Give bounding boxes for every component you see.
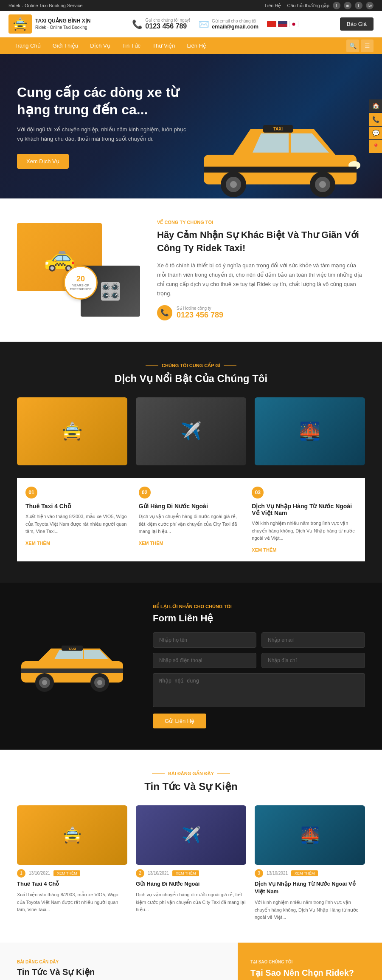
service-viewmore-3[interactable]: XEM THÊM [252, 547, 276, 552]
form-email-input[interactable] [261, 632, 365, 648]
nav-home[interactable]: Trang Chủ [8, 37, 47, 54]
logo-taxi-icon: 🚖 [13, 17, 28, 31]
sidebar-phone[interactable]: 📞 [369, 113, 382, 126]
services-cards: 01 Thuê Taxi 4 Chỗ Xuất hiện vào tháng 8… [17, 478, 365, 561]
flag-jp[interactable] [289, 21, 298, 27]
about-tag: VỀ CÔNG TY CHÚNG TÔI [157, 220, 365, 225]
news-tag-line-right [217, 773, 230, 774]
logo: 🚖 TAXI QUẢNG BÌNH XỊN Ridek - Online Tax… [8, 14, 90, 34]
blog-tag: BÀI ĐĂNG GẦN ĐÂY [17, 960, 225, 964]
news-readmore-3[interactable]: XEM THÊM [291, 870, 318, 876]
news-num-icon-2: 2 [136, 869, 144, 878]
news-meta-1: 1 13/10/2021 XEM THÊM [17, 869, 127, 878]
nav-services[interactable]: Dịch Vụ [84, 37, 116, 54]
social-twitter[interactable]: tw [366, 2, 374, 9]
form-message-input[interactable] [153, 673, 365, 707]
service-viewmore-2[interactable]: XEM THÊM [139, 541, 163, 546]
news-date-3: 13/10/2021 [267, 871, 288, 875]
flag-us[interactable] [278, 21, 287, 27]
why-title: Tại Sao Nên Chọn Ridek? [250, 967, 369, 979]
hero-cta-button[interactable]: Xem Dịch Vụ [17, 154, 69, 169]
news-tag-text: BÀI ĐĂNG GẦN ĐÂY [168, 771, 214, 776]
contact-email-item: ✉️ Gửi email cho chúng tôi email@gmail.c… [199, 19, 258, 30]
news-readmore-2[interactable]: XEM THÊM [172, 870, 199, 876]
sidebar-home[interactable]: 🏠 [369, 99, 382, 112]
services-section: CHÚNG TÔI CUNG CẤP GÌ Dịch Vụ Nổi Bật Củ… [0, 342, 382, 583]
about-hotline-label: Số Hotline công ty [177, 306, 223, 311]
form-phone-input[interactable] [153, 653, 256, 668]
header-contact: 📞 Gọi cho chúng tôi ngay! 0123 456 789 ✉… [132, 18, 298, 30]
about-years: 20 [76, 275, 85, 283]
svg-rect-18 [21, 668, 123, 673]
about-desc: Xe ô tô chính là thiết bị có ý nghĩa qua… [157, 261, 365, 298]
blog-section: BÀI ĐĂNG GẦN ĐÂY Tin Tức Và Sự Kiện Ride… [0, 943, 238, 980]
service-viewmore-1[interactable]: XEM THÊM [25, 541, 50, 546]
about-title: Hãy Cảm Nhận Sự Khác Biệt Và Thư Giãn Vớ… [157, 229, 365, 255]
phone-icon: 📞 [132, 19, 143, 29]
logo-taxi-box: 🚖 [8, 14, 32, 34]
news-card-title-2: Gửi Hàng Đi Nước Ngoài [136, 880, 246, 888]
news-grid: 🚖 1 13/10/2021 XEM THÊM Thuê Taxi 4 Chỗ … [17, 805, 365, 921]
news-meta-2: 2 13/10/2021 XEM THÊM [136, 869, 246, 878]
top-bar-brand: Ridek - Online Taxi Booking Service [8, 3, 83, 8]
social-tiktok[interactable]: t [355, 2, 362, 9]
about-phone-info: Số Hotline công ty 0123 456 789 [177, 306, 223, 320]
news-image-2: ✈️ [136, 805, 246, 865]
news-num-icon-1: 1 [17, 869, 25, 878]
email-label: Gửi email cho chúng tôi [212, 19, 258, 23]
service-desc-1: Xuất hiện vào tháng 8/2003, mẫu xe VIO5,… [25, 513, 130, 535]
nav-contact[interactable]: Liên Hệ [181, 37, 212, 54]
promo-link[interactable]: Câu hỏi thường gặp [287, 3, 329, 8]
service-title-1: Thuê Taxi 4 Chỗ [25, 503, 130, 510]
about-main-icon: 🚕 [44, 242, 76, 272]
hero-title: Cung cấp các dòng xe từ hạng trung đến c… [17, 84, 187, 119]
svg-text:TAXI: TAXI [68, 647, 76, 651]
top-bar: Ridek - Online Taxi Booking Service Liên… [0, 0, 382, 11]
service-num-3: 03 [252, 487, 264, 498]
form-address-input[interactable] [261, 653, 365, 668]
service-card-3: 03 Dịch Vụ Nhập Hàng Từ Nước Ngoài Về Vi… [252, 487, 357, 553]
contact-form-section: TAXI ĐỂ LẠI LỜI NHẮN CHO CHÚNG TÔI Form … [0, 583, 382, 750]
about-images: 🚕 🎛️ 20 YEARS OFEXPERIENCE [17, 223, 144, 317]
form-row-1 [153, 632, 365, 648]
tag-line-left [146, 365, 158, 366]
news-readmore-1[interactable]: XEM THÊM [53, 870, 80, 876]
menu-icon[interactable]: ☰ [361, 40, 374, 52]
search-icon[interactable]: 🔍 [346, 40, 359, 52]
sidebar-chat[interactable]: 💬 [369, 127, 382, 139]
form-name-input[interactable] [153, 632, 256, 648]
phone-label: Gọi cho chúng tôi ngay! [145, 18, 190, 23]
hero-desc: Với đội ngũ tài xế chuyên nghiệp, nhiều … [17, 125, 187, 144]
logo-sub: Ridek - Online Taxi Booking [35, 25, 87, 30]
why-section: TẠI SAO CHÚNG TÔI Tại Sao Nên Chọn Ridek… [238, 943, 382, 980]
phone-number[interactable]: 0123 456 789 [145, 23, 190, 30]
quote-button[interactable]: Báo Giá [340, 17, 374, 31]
contact-car-svg: TAXI [17, 638, 127, 693]
service-card-2: 02 Gửi Hàng Đi Nước Ngoài Dịch vụ vận ch… [139, 487, 244, 553]
about-hotline-number[interactable]: 0123 456 789 [177, 311, 223, 320]
svg-point-6 [319, 181, 326, 188]
social-facebook[interactable]: f [333, 2, 340, 9]
flag-switcher[interactable] [267, 21, 298, 27]
email-address[interactable]: email@gmail.com [212, 23, 258, 30]
phone-info: Gọi cho chúng tôi ngay! 0123 456 789 [145, 18, 190, 30]
flag-vn[interactable] [267, 21, 276, 27]
news-date-1: 13/10/2021 [29, 871, 50, 875]
form-submit-button[interactable]: Gửi Liên Hệ [153, 714, 206, 728]
news-card-title-1: Thuê Taxi 4 Chỗ [17, 880, 127, 888]
contact-form-content: ĐỂ LẠI LỜI NHẮN CHO CHÚNG TÔI Form Liên … [153, 604, 365, 728]
news-image-1: 🚖 [17, 805, 127, 865]
news-title: Tin Tức Và Sự Kiện [17, 781, 365, 793]
services-title: Dịch Vụ Nổi Bật Của Chúng Tôi [17, 373, 365, 385]
nav-gallery[interactable]: Thư Viện [146, 37, 181, 54]
svg-text:TAXI: TAXI [273, 127, 283, 131]
nav-about[interactable]: Giới Thiệu [47, 37, 84, 54]
sidebar-map[interactable]: 📍 [369, 140, 382, 153]
help-link[interactable]: Liên Hệ [265, 3, 281, 8]
news-tag-row: BÀI ĐĂNG GẦN ĐÂY [17, 771, 365, 776]
nav-news[interactable]: Tin Tức [116, 37, 146, 54]
news-card-1: 🚖 1 13/10/2021 XEM THÊM Thuê Taxi 4 Chỗ … [17, 805, 127, 921]
about-phone: 📞 Số Hotline công ty 0123 456 789 [157, 305, 365, 320]
social-instagram[interactable]: in [344, 2, 351, 9]
brand-text: Ridek - Online Taxi Booking Service [8, 3, 83, 8]
